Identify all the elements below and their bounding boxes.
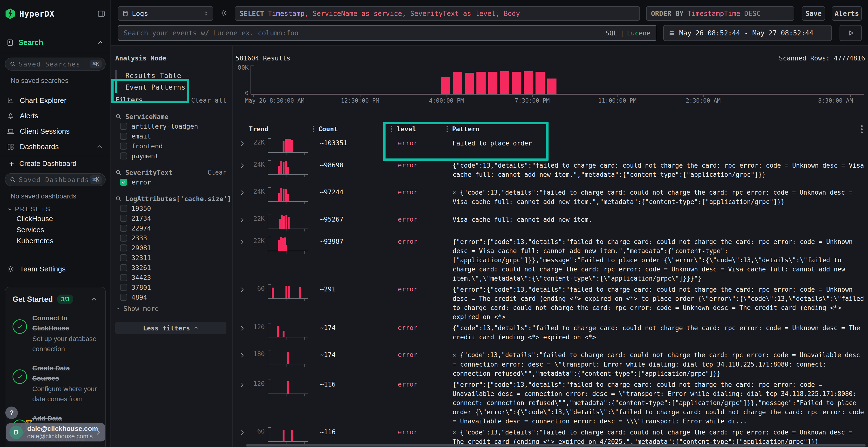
histogram-bar[interactable] [512,72,521,95]
drag-handle-icon[interactable] [446,126,448,132]
drag-handle-icon[interactable] [313,126,314,132]
column-header-level[interactable]: level [386,125,442,133]
filter-option-21734[interactable]: 21734 [115,213,226,223]
filter-option-frontend[interactable]: frontend [115,141,226,151]
checkbox[interactable] [120,274,127,281]
histogram-bar[interactable] [500,71,509,94]
checkbox[interactable] [120,284,127,291]
filter-option-email[interactable]: email [115,131,226,141]
filter-option-19350[interactable]: 19350 [115,204,226,213]
expand-row-icon[interactable] [236,426,249,436]
dismiss-x-icon[interactable]: × [453,429,456,436]
table-row[interactable]: 60~291error{"error":{"code":13,"details"… [236,283,865,321]
collapse-sidebar-icon[interactable] [97,9,105,18]
filter-option-payment[interactable]: payment [115,151,226,161]
histogram-bar[interactable] [547,78,557,94]
pattern-cell[interactable]: {"code":13,"details":"failed to charge c… [442,159,865,179]
pattern-cell[interactable]: {"code":13,"details":"failed to charge c… [442,321,865,342]
gear-icon[interactable] [220,9,227,17]
pattern-cell[interactable]: ×{"code":13,"details":"failed to charge … [442,186,865,206]
sidebar-item-alerts[interactable]: Alerts [5,108,105,124]
source-selector[interactable]: Logs [118,6,213,21]
sidebar-item-client-sessions[interactable]: Client Sessions [5,124,105,139]
expand-row-icon[interactable] [236,137,249,147]
filter-option-34423[interactable]: 34423 [115,273,226,282]
filter-option-2333[interactable]: 2333 [115,233,226,243]
filter-option-32311[interactable]: 32311 [115,253,226,263]
presets-toggle[interactable]: PRESETS [5,205,105,213]
expand-row-icon[interactable] [236,378,249,388]
clear-filter-link[interactable]: Clear [208,169,226,176]
show-more-link[interactable]: Show more [115,304,226,313]
expand-row-icon[interactable] [236,348,249,358]
table-row[interactable]: 180~174error×{"code":13,"details":"faile… [236,348,865,378]
checkbox[interactable] [120,215,127,222]
drag-handle-icon[interactable] [391,126,392,132]
select-query-input[interactable]: SELECT Timestamp, ServiceName as service… [235,6,640,21]
filter-option-33261[interactable]: 33261 [115,263,226,273]
table-row[interactable]: 22K~95267errorVisa cache full: cannot ad… [236,213,865,229]
analysis-mode-option-results-table[interactable]: Results Table [115,70,226,81]
filter-option-error[interactable]: error [115,177,226,187]
table-row[interactable]: 24K~98698error{"code":13,"details":"fail… [236,159,865,179]
expand-row-icon[interactable] [236,159,249,169]
chevron-up-icon[interactable] [90,296,98,303]
run-query-button[interactable] [840,25,862,41]
preset-item-kubernetes[interactable]: Kubernetes [5,235,105,246]
pattern-cell[interactable]: Visa cache full: cannot add new item. [442,213,865,224]
table-options-kebab-icon[interactable] [861,125,863,133]
filter-option-37801[interactable]: 37801 [115,282,226,293]
table-row[interactable]: 22K~93987error{"error":{"code":13,"detai… [236,235,865,283]
filter-option-4894[interactable]: 4894 [115,293,226,302]
dismiss-x-icon[interactable]: × [453,189,456,196]
help-button[interactable]: ? [5,407,18,419]
time-range-picker[interactable]: May 26 08:52:44 - May 27 08:52:44 [663,25,832,41]
horizontal-scrollbar[interactable] [246,444,866,447]
sidebar-item-team-settings[interactable]: Team Settings [5,262,105,276]
filter-option-artillery-loadgen[interactable]: artillery-loadgen [115,122,226,131]
checkbox[interactable] [120,152,127,160]
table-row[interactable]: 120~116error{"error":{"code":13,"details… [236,378,865,426]
checkbox[interactable] [120,205,127,212]
filter-option-22974[interactable]: 22974 [115,223,226,233]
expand-row-icon[interactable] [236,235,249,245]
less-filters-button[interactable]: Less filters [115,322,226,334]
user-menu[interactable]: D dale@clickhouse.com dale@clickhouse.co… [6,423,105,442]
lucene-mode-toggle[interactable]: Lucene [627,29,651,37]
histogram-bar[interactable] [488,72,497,95]
sidebar-item-dashboards[interactable]: Dashboards [5,139,105,154]
checkbox[interactable] [120,254,127,261]
table-row[interactable]: 24K~97244error×{"code":13,"details":"fai… [236,186,865,206]
histogram-bar[interactable] [441,77,450,94]
expand-row-icon[interactable] [236,213,249,223]
checkbox[interactable] [120,235,127,242]
sql-mode-toggle[interactable]: SQL [606,29,617,37]
column-header-count[interactable]: Count [308,125,386,133]
expand-row-icon[interactable] [236,321,249,332]
table-row[interactable]: 22K~103351errorFailed to place order [236,137,865,152]
pattern-cell[interactable]: {"error":{"code":13,"details":"failed to… [442,378,865,426]
expand-row-icon[interactable] [236,283,249,293]
column-header-pattern[interactable]: Pattern [442,125,865,133]
pattern-cell[interactable]: {"error":{"code":13,"details":"failed to… [442,283,865,321]
checkbox[interactable] [120,133,127,140]
checkbox[interactable] [120,244,127,251]
pattern-cell[interactable]: {"error":{"code":13,"details":"failed to… [442,235,865,283]
saved-searches-input[interactable]: Saved Searches ⌘K [5,58,105,71]
column-header-trend[interactable]: Trend [249,125,308,133]
checkbox[interactable] [120,294,127,301]
checkbox[interactable] [120,225,127,232]
preset-item-clickhouse[interactable]: ClickHouse [5,213,105,224]
save-button[interactable]: Save [802,6,825,21]
checkbox[interactable] [120,264,127,271]
chevron-up-icon[interactable] [96,39,104,46]
order-by-input[interactable]: ORDER BY TimestampTime DESC [646,6,794,21]
results-histogram[interactable]: 80K 0 May 26 8:30:00 AM12:30:00 PM4:00:0… [236,66,865,102]
filter-option-29081[interactable]: 29081 [115,243,226,253]
expand-row-icon[interactable] [236,186,249,196]
sidebar-item-search[interactable]: Search [5,35,105,50]
histogram-plot[interactable]: May 26 8:30:00 AM12:30:00 PM4:00:00 PM7:… [250,66,864,94]
clear-all-filters-link[interactable]: Clear all [191,97,226,104]
create-dashboard-button[interactable]: + Create Dashboard [5,158,105,169]
histogram-bar[interactable] [465,73,474,94]
